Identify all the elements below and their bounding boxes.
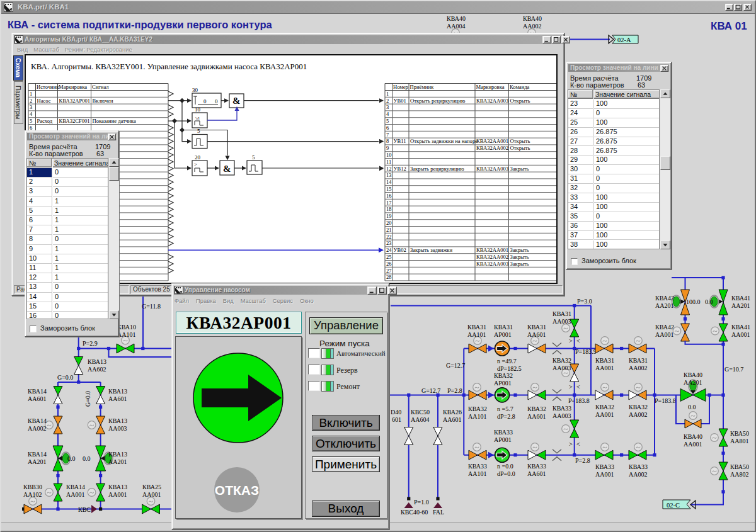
svg-text:АА601: АА601 [527,331,546,338]
svg-text:КВС: КВС [78,506,91,513]
svg-text:Включен: Включен [93,98,113,104]
svg-text:3: 3 [30,104,32,110]
svg-text:КВА32: КВА32 [595,404,614,410]
svg-text:АА101: АА101 [117,331,135,338]
svg-text:КВА14: КВА14 [28,417,47,424]
svg-text:КВА32АА003: КВА32АА003 [476,261,508,267]
svg-text:КВА33: КВА33 [629,463,648,470]
svg-text:АА002: АА002 [629,471,647,478]
svg-text:Маркировка: Маркировка [476,84,505,90]
svg-text:Открыть задвижки на напоре: Открыть задвижки на напоре [410,138,478,144]
svg-text:20: 20 [195,154,201,161]
svg-text:КВА14: КВА14 [28,388,47,395]
svg-text:0: 0 [215,98,218,105]
svg-text:АА001: АА001 [595,411,614,418]
svg-text:4: 4 [386,111,389,117]
svg-text:dP=0.0: dP=0.0 [497,470,515,477]
svg-text:АА201: АА201 [684,379,702,386]
svg-text:n =5.7: n =5.7 [497,405,513,412]
svg-text:КВА32АА002: КВА32АА002 [476,254,508,260]
svg-text:КВА31: КВА31 [553,310,571,317]
svg-text:P=2.8: P=2.8 [575,457,590,464]
svg-text:P=1.0: P=1.0 [414,499,429,506]
svg-text:21: 21 [386,227,392,233]
svg-text:Закрыть: Закрыть [510,261,529,267]
svg-text:1: 1 [386,91,389,97]
svg-text:АА602: АА602 [88,366,106,373]
svg-text:АА002: АА002 [629,365,647,371]
svg-text:КВА26: КВА26 [443,409,462,416]
svg-text:P=183.9: P=183.9 [575,348,597,355]
svg-text:АА601: АА601 [108,395,127,402]
svg-text:n =0.0: n =0.0 [497,463,513,470]
svg-text:4: 4 [30,111,33,117]
svg-text:КВА50: КВА50 [730,463,749,470]
svg-text:3: 3 [386,104,389,110]
svg-text:АА101: АА101 [468,413,486,420]
svg-text:8: 8 [386,138,389,144]
svg-text:КВА32АА003: КВА32АА003 [476,98,508,104]
svg-text:АА601: АА601 [28,395,46,402]
svg-text:КВА32: КВА32 [553,357,571,364]
svg-text:КВА40: КВА40 [684,371,702,378]
svg-text:КВА33: КВА33 [595,463,614,470]
svg-text:27: 27 [386,268,392,274]
svg-text:P=183.8: P=183.8 [655,397,676,404]
svg-text:Команда: Команда [510,84,530,90]
svg-text:dP=2.8: dP=2.8 [497,413,515,420]
svg-text:100.0: 100.0 [686,298,701,305]
svg-text:АА001: АА001 [595,471,614,478]
svg-text:УВ12: УВ12 [394,166,406,172]
svg-text:КВА32: КВА32 [527,405,546,412]
svg-text:АА002: АА002 [28,425,46,432]
svg-text:<: < [576,440,580,448]
svg-text:КВА33: КВА33 [553,405,571,412]
svg-text:АА201: АА201 [28,458,46,465]
svg-text:Насос: Насос [37,98,51,104]
svg-text:D40: D40 [391,409,401,416]
svg-text:13: 13 [386,172,392,178]
svg-text:G=12.7: G=12.7 [421,387,440,394]
svg-text:АА601: АА601 [527,413,546,420]
svg-text:17: 17 [386,200,392,206]
svg-text:АА001: АА001 [595,365,614,371]
svg-text:КВС40-60: КВС40-60 [401,509,428,516]
svg-text:КВА31: КВА31 [527,324,546,331]
svg-text:≤: ≤ [193,116,200,120]
svg-text:22: 22 [386,234,392,240]
svg-text:КВА31: КВА31 [494,324,513,331]
svg-text:<: < [576,383,580,390]
svg-text:КВА32АА002: КВА32АА002 [476,145,508,151]
svg-text:>: > [569,337,573,344]
svg-text:КВА42: КВА42 [655,324,674,331]
svg-text:КВА13: КВА13 [88,358,106,365]
svg-text:КВА50: КВА50 [730,430,749,437]
svg-text:КВА13: КВА13 [108,388,127,395]
svg-text:КВВ30: КВВ30 [23,484,42,490]
svg-text:G=10.7: G=10.7 [724,366,743,373]
svg-text:15: 15 [386,186,392,192]
svg-text:АР001: АР001 [494,331,512,338]
svg-text:ОТКАЗ: ОТКАЗ [215,483,259,497]
svg-text:АА003: АА003 [108,425,127,432]
svg-text:Открыть рециркуляцию: Открыть рециркуляцию [410,98,466,104]
svg-text:Источник: Источник [37,84,59,90]
svg-text:АА101: АА101 [468,470,486,477]
svg-text:11: 11 [386,159,391,165]
svg-text:Открыть: Открыть [510,145,530,151]
svg-text:КВА41: КВА41 [731,324,750,331]
svg-text:КВС50: КВС50 [411,409,430,416]
svg-text:G=0.0: G=0.0 [84,391,91,407]
svg-text:КВА32АА001: КВА32АА001 [476,247,508,253]
svg-text:КВА25: КВА25 [142,484,161,490]
svg-text:G=12.7: G=12.7 [446,362,465,369]
svg-text:АА801: АА801 [730,438,748,444]
svg-text:Открыть: Открыть [510,98,530,104]
svg-text:КВА41: КВА41 [731,295,750,302]
svg-text:Маркировка: Маркировка [59,84,87,90]
svg-text:P=3.0: P=3.0 [577,298,592,305]
svg-text:23: 23 [386,240,392,246]
svg-text:АА201: АА201 [655,302,673,309]
svg-text:0.0: 0.0 [705,298,713,305]
svg-text:КВА13: КВА13 [108,417,127,424]
